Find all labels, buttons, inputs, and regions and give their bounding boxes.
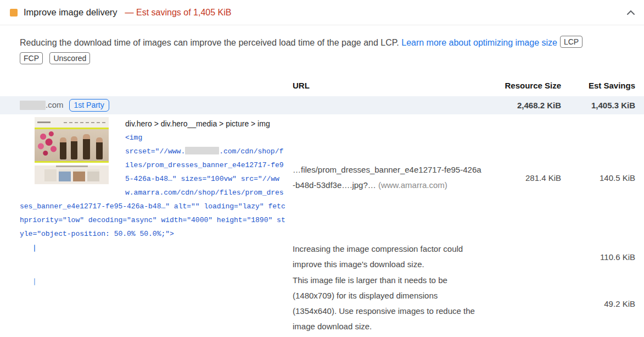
metric-badge-fcp: FCP (20, 52, 43, 64)
image-delivery-table: URL Resource Size Est Savings .com1st Pa… (0, 74, 644, 334)
column-header-resource-size: Resource Size (497, 81, 561, 90)
product-card (73, 169, 85, 181)
site-label-cell: .com1st Party (0, 99, 293, 112)
image-est-savings: 140.5 KiB (561, 173, 635, 183)
redacted-domain-box (20, 101, 46, 110)
column-header-url: URL (293, 81, 497, 90)
image-url-domain: (www.amarra.com) (378, 180, 447, 190)
audit-savings-summary: — Est savings of 1,405 KiB (125, 8, 232, 18)
dom-node-cell[interactable]: div.hero > div.hero__media > picture > i… (0, 114, 293, 241)
node-caret-mark (34, 245, 35, 252)
product-card (87, 169, 99, 181)
site-summary-row[interactable]: .com1st Party 2,468.2 KiB 1,405.3 KiB (0, 96, 644, 114)
image-resource-row: div.hero > div.hero__media > picture > i… (0, 114, 644, 241)
thumbnail-caption-bar (56, 165, 88, 167)
page-screenshot-thumbnail (35, 117, 109, 184)
learn-more-link[interactable]: Learn more about optimizing image size (401, 38, 557, 47)
node-placeholder-cell (0, 241, 293, 252)
metric-badge-lcp: LCP (560, 36, 583, 48)
model-figure (83, 134, 90, 159)
table-header-row: URL Resource Size Est Savings (0, 74, 644, 96)
redacted-domain-box (185, 147, 219, 154)
flower-graphic (36, 130, 59, 157)
site-est-savings: 1,405.3 KiB (561, 101, 635, 110)
compression-est-savings: 110.6 KiB (561, 252, 635, 262)
image-url-cell: …files/prom_dresses_banner_e4e12717-fe95… (293, 162, 497, 193)
model-figure (71, 136, 77, 159)
thumbnail-hero-image (35, 129, 109, 161)
responsive-size-est-savings: 49.2 KiB (561, 299, 635, 308)
product-card (59, 169, 71, 181)
highlight-line-bottom (35, 161, 109, 163)
site-domain-suffix: .com (46, 100, 64, 109)
image-resource-size: 281.4 KiB (497, 173, 561, 183)
model-figure (96, 137, 103, 159)
site-resource-size: 2,468.2 KiB (497, 101, 561, 110)
first-party-badge: 1st Party (69, 99, 109, 112)
thumbnail-product-cards (35, 169, 109, 181)
severity-square-icon (10, 9, 18, 16)
thumbnail-lower-section (35, 165, 109, 184)
node-caret-mark (34, 278, 35, 285)
node-placeholder-cell (0, 273, 293, 285)
audit-description: Reducing the download time of images can… (20, 35, 635, 68)
metric-badge-unscored: Unscored (49, 52, 90, 64)
responsive-size-insight-text: This image file is larger than it needs … (293, 273, 497, 334)
column-header-est-savings: Est Savings (561, 81, 635, 90)
model-figure (60, 137, 66, 159)
audit-title: Improve image delivery (24, 7, 117, 18)
image-delivery-insight-panel: Improve image delivery — Est savings of … (0, 0, 644, 337)
code-before-redaction: <img srcset="//www. (125, 134, 185, 156)
thumbnail-site-header (35, 117, 109, 128)
audit-header[interactable]: Improve image delivery — Est savings of … (0, 0, 644, 25)
compression-insight-text: Increasing the image compression factor … (293, 241, 497, 272)
chevron-up-icon[interactable] (626, 10, 635, 15)
description-text: Reducing the download time of images can… (20, 38, 401, 47)
responsive-size-insight-row: This image file is larger than it needs … (0, 273, 644, 334)
product-card (44, 169, 57, 181)
compression-insight-row: Increasing the image compression factor … (0, 241, 644, 273)
